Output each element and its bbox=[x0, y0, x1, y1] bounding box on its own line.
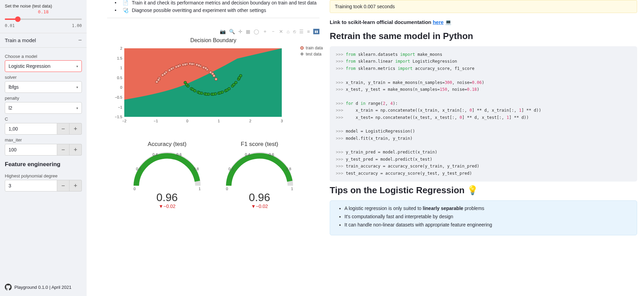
svg-text:2: 2 bbox=[249, 119, 251, 123]
spike-icon[interactable]: ⎋ bbox=[293, 29, 296, 34]
svg-point-52 bbox=[212, 93, 215, 96]
box-select-icon[interactable]: ▦ bbox=[246, 29, 250, 34]
svg-text:0.8: 0.8 bbox=[193, 167, 199, 171]
zoom-in-icon[interactable]: ＋ bbox=[263, 28, 267, 35]
zoom-out-icon[interactable]: － bbox=[271, 28, 276, 35]
tips-title: Tips on the Logistic Regression 💡 bbox=[330, 185, 637, 196]
svg-text:−1: −1 bbox=[118, 105, 122, 109]
chart-title: Decision Boundary bbox=[107, 37, 319, 44]
svg-text:−2: −2 bbox=[122, 119, 127, 123]
solver-select[interactable]: lbfgs ▾ bbox=[5, 81, 82, 93]
svg-text:0: 0 bbox=[120, 85, 122, 89]
svg-point-23 bbox=[170, 67, 173, 70]
doc-link-line: Link to scikit-learn official documentat… bbox=[330, 19, 637, 25]
poly-increment[interactable]: + bbox=[70, 180, 82, 192]
retrain-title: Retrain the same model in Python bbox=[330, 31, 637, 41]
svg-text:1: 1 bbox=[120, 66, 122, 70]
svg-text:1: 1 bbox=[291, 187, 293, 191]
svg-text:3: 3 bbox=[281, 119, 283, 123]
model-label: Choose a model bbox=[5, 54, 82, 59]
svg-point-20 bbox=[215, 78, 217, 81]
svg-point-48 bbox=[185, 83, 188, 86]
svg-point-45 bbox=[235, 81, 237, 84]
svg-point-29 bbox=[211, 72, 214, 75]
hover-icon[interactable]: ☰ bbox=[299, 29, 304, 34]
accuracy-delta: ▼−0.02 bbox=[131, 204, 203, 209]
stethoscope-icon: 🩺 bbox=[123, 8, 128, 13]
penalty-select[interactable]: l2 ▾ bbox=[5, 102, 82, 114]
svg-text:0.2: 0.2 bbox=[136, 167, 141, 171]
noise-max: 1.00 bbox=[72, 23, 82, 28]
svg-point-22 bbox=[163, 72, 166, 75]
noise-min: 0.01 bbox=[5, 23, 15, 28]
maxiter-increment[interactable]: + bbox=[70, 144, 82, 156]
maxiter-decrement[interactable]: − bbox=[57, 144, 70, 156]
svg-text:0: 0 bbox=[134, 187, 136, 191]
accuracy-value: 0.96 bbox=[131, 192, 203, 203]
decision-boundary-chart[interactable]: Decision Boundary bbox=[107, 37, 319, 127]
zoom-icon[interactable]: 🔍 bbox=[229, 29, 235, 34]
svg-text:0: 0 bbox=[186, 119, 188, 123]
svg-text:0: 0 bbox=[226, 187, 228, 191]
svg-text:1.5: 1.5 bbox=[117, 56, 122, 60]
bullet-diagnose: 🩺Diagnose possible overitting and experi… bbox=[121, 8, 319, 13]
svg-text:0.6: 0.6 bbox=[176, 152, 181, 157]
svg-point-24 bbox=[177, 65, 180, 67]
laptop-icon: 💻 bbox=[445, 19, 452, 25]
svg-point-50 bbox=[198, 91, 201, 94]
plotly-toolbar: 📷 🔍 ✛ ▦ ◯ ＋ － ✕ ⌂ ⎋ ☰ ≡ ▮▮ bbox=[107, 28, 319, 35]
c-input[interactable]: 1,00 bbox=[5, 123, 57, 135]
tip-2: It's computationally fast and interpreta… bbox=[344, 214, 631, 219]
svg-point-54 bbox=[226, 89, 228, 91]
github-icon bbox=[5, 284, 12, 291]
chevron-down-icon: ▾ bbox=[76, 64, 78, 68]
svg-text:0.6: 0.6 bbox=[269, 152, 274, 157]
divider bbox=[107, 18, 319, 18]
svg-text:1: 1 bbox=[199, 187, 201, 191]
svg-point-28 bbox=[204, 67, 207, 70]
bullet-train: 📄Train it and check its performance metr… bbox=[121, 0, 319, 5]
lightbulb-icon: 💡 bbox=[467, 185, 478, 195]
c-decrement[interactable]: − bbox=[57, 123, 70, 135]
tips-box: A logistic regression is only suited to … bbox=[330, 200, 637, 235]
svg-text:−1: −1 bbox=[154, 119, 158, 123]
poly-label: Highest polynomial degree bbox=[5, 173, 82, 178]
poly-decrement[interactable]: − bbox=[57, 180, 70, 192]
f1-delta: ▼−0.02 bbox=[224, 204, 295, 209]
sidebar-footer: Playground 0.1.0 | April 2021 bbox=[5, 279, 82, 293]
training-time-banner: Training took 0.007 seconds bbox=[330, 0, 637, 13]
model-select[interactable]: Logistic Regression ▾ bbox=[5, 60, 82, 72]
f1-gauge: F1 score (test) 0 0.2 0.4 0.6 0.8 1 0.96… bbox=[224, 141, 295, 209]
svg-point-55 bbox=[232, 83, 235, 86]
pan-icon[interactable]: ✛ bbox=[238, 29, 242, 34]
svg-point-53 bbox=[219, 91, 222, 94]
main: 📄Train it and check its performance metr… bbox=[87, 0, 644, 296]
poly-input[interactable]: 3 bbox=[5, 180, 57, 192]
compare-icon[interactable]: ≡ bbox=[307, 29, 310, 34]
reset-icon[interactable]: ⌂ bbox=[287, 29, 289, 34]
code-block[interactable]: >>> from sklearn.datasets import make_mo… bbox=[330, 46, 637, 182]
c-increment[interactable]: + bbox=[70, 123, 82, 135]
noise-slider[interactable] bbox=[5, 16, 82, 23]
svg-text:0.8: 0.8 bbox=[286, 167, 291, 171]
tip-3: It can handle non-linear datasets with a… bbox=[344, 222, 631, 227]
svg-point-51 bbox=[205, 93, 208, 96]
svg-text:−0.5: −0.5 bbox=[115, 95, 122, 99]
lasso-icon[interactable]: ◯ bbox=[254, 29, 259, 34]
autoscale-icon[interactable]: ✕ bbox=[279, 29, 283, 34]
doc-link[interactable]: here bbox=[433, 19, 444, 25]
maxiter-input[interactable]: 100 bbox=[5, 144, 57, 156]
noise-label: Set the noise (test data) bbox=[5, 3, 82, 9]
penalty-label: penalty bbox=[5, 96, 82, 101]
train-section-header[interactable]: Train a model − bbox=[0, 33, 87, 48]
svg-point-49 bbox=[191, 88, 194, 91]
chart-legend: train data ✚test data bbox=[300, 46, 323, 58]
camera-icon[interactable]: 📷 bbox=[220, 29, 226, 34]
maxiter-label: max_iter bbox=[5, 137, 82, 143]
svg-point-27 bbox=[198, 64, 200, 67]
svg-point-26 bbox=[191, 63, 193, 65]
solver-label: solver bbox=[5, 75, 82, 80]
svg-text:−1.5: −1.5 bbox=[115, 115, 122, 119]
plotly-logo-icon[interactable]: ▮▮ bbox=[313, 29, 319, 34]
c-label: C bbox=[5, 116, 82, 122]
